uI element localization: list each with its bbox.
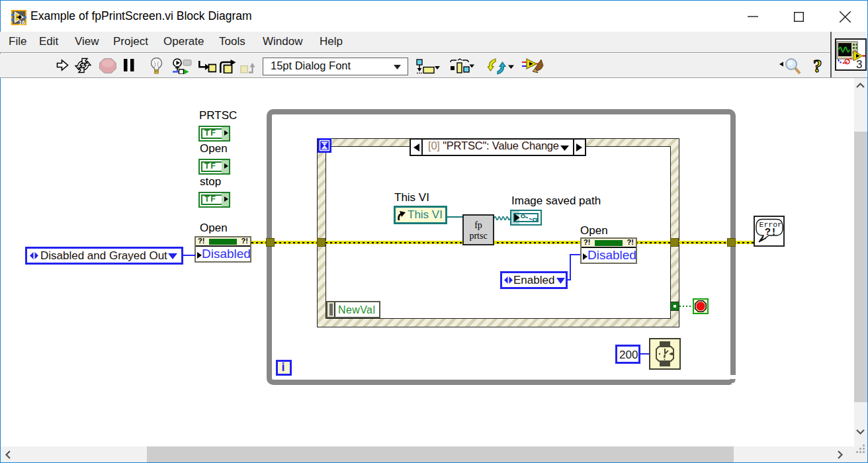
svg-text:?: ? xyxy=(813,56,822,76)
svg-text:16: 16 xyxy=(19,19,26,26)
svg-text:3: 3 xyxy=(856,58,862,69)
svg-text:?!: ?! xyxy=(765,227,777,238)
